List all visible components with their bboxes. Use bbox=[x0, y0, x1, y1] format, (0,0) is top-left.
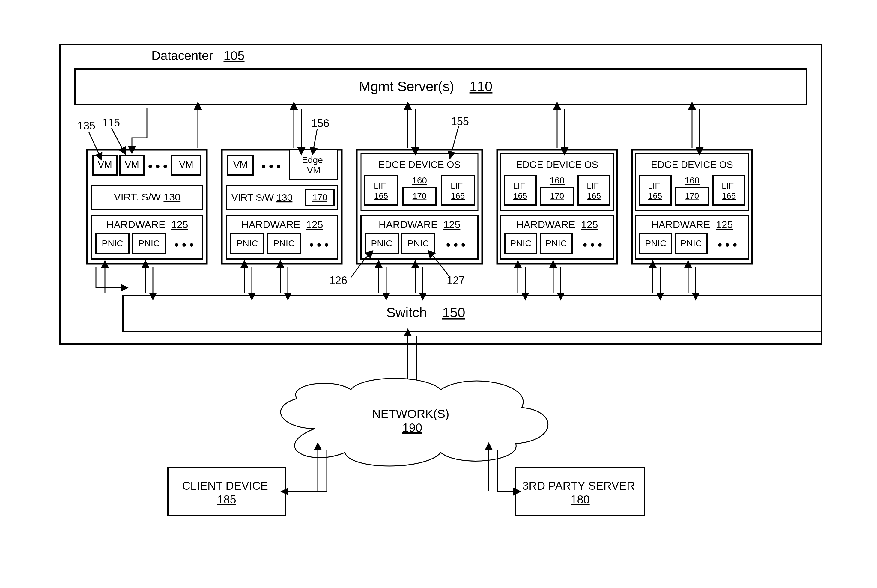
edge-device-3: EDGE DEVICE OS 160 LIF 165 170 LIF 165 H… bbox=[632, 150, 752, 264]
host1-hw: HARDWARE 125 bbox=[107, 219, 188, 230]
host2-pnic2: PNIC bbox=[273, 238, 295, 248]
callout-127-label: 127 bbox=[447, 274, 465, 286]
edge2-hw: HARDWARE 125 bbox=[516, 219, 598, 230]
callout-135-label: 135 bbox=[77, 120, 95, 132]
edge1-pnic-dots: • • • bbox=[446, 238, 466, 252]
edge-device-2: EDGE DEVICE OS 160 LIF 165 170 LIF 165 H… bbox=[497, 150, 617, 264]
host1-pnic-dots: • • • bbox=[174, 238, 194, 252]
host-1: VM VM • • • VM VIRT. S/W 130 HARDWARE 12… bbox=[87, 150, 207, 264]
host2-virtsw: VIRT S/W 130 bbox=[231, 192, 292, 203]
host1-vm2: VM bbox=[125, 159, 139, 170]
callout-156-label: 156 bbox=[311, 117, 329, 129]
host2-pnic-dots: • • • bbox=[309, 238, 329, 252]
host1-pnic1: PNIC bbox=[102, 238, 123, 248]
edge3-pnic-dots: • • • bbox=[718, 238, 737, 252]
edge2-pnic-dots: • • • bbox=[583, 238, 602, 252]
edge2-os-ref: 160 bbox=[550, 176, 565, 185]
edge-device-1: EDGE DEVICE OS 160 LIF 165 170 LIF 165 H… bbox=[357, 150, 482, 264]
edge3-pnic1: PNIC bbox=[645, 238, 667, 248]
edge2-pnic2: PNIC bbox=[545, 238, 567, 248]
host2-pnic1: PNIC bbox=[237, 238, 258, 248]
host1-vm3: VM bbox=[179, 159, 194, 170]
edge3-os: EDGE DEVICE OS bbox=[651, 159, 733, 170]
host1-virtsw: VIRT. S/W 130 bbox=[114, 191, 180, 202]
edge1-pnic2: PNIC bbox=[407, 238, 429, 248]
edge1-os-ref: 160 bbox=[412, 176, 427, 185]
host2-hw: HARDWARE 125 bbox=[241, 219, 323, 230]
edge1-pnic1: PNIC bbox=[371, 238, 392, 248]
switch-box bbox=[123, 295, 821, 331]
host1-vm-dots: • • • bbox=[148, 160, 167, 173]
callout-155-label: 155 bbox=[451, 116, 469, 128]
host1-pnic2: PNIC bbox=[138, 238, 160, 248]
edge1-hw: HARDWARE 125 bbox=[379, 219, 461, 230]
edge2-pnic1: PNIC bbox=[510, 238, 532, 248]
host1-vm1: VM bbox=[98, 159, 112, 170]
edge2-170: 170 bbox=[550, 191, 564, 201]
mgmt-server-label: Mgmt Server(s) 110 bbox=[359, 78, 493, 94]
edge3-os-ref: 160 bbox=[685, 176, 700, 185]
callout-115-label: 115 bbox=[102, 117, 120, 129]
edge3-hw: HARDWARE 125 bbox=[651, 219, 733, 230]
switch-label: Switch 150 bbox=[386, 305, 465, 320]
host-2: VM • • • Edge VM VIRT S/W 130 170 HARDWA… bbox=[222, 150, 342, 264]
edge1-os: EDGE DEVICE OS bbox=[378, 159, 461, 170]
host2-170: 170 bbox=[312, 192, 327, 202]
edge3-pnic2: PNIC bbox=[680, 238, 702, 248]
edge1-170: 170 bbox=[413, 191, 426, 201]
callout-126-label: 126 bbox=[329, 274, 347, 286]
edge3-170: 170 bbox=[685, 191, 699, 201]
datacenter-label: Datacenter 105 bbox=[152, 48, 245, 63]
host2-vm1: VM bbox=[233, 159, 248, 170]
host2-vm-dots: • • • bbox=[261, 160, 281, 173]
diagram-root: Datacenter 105 Mgmt Server(s) 110 VM VM … bbox=[0, 0, 877, 588]
edge2-os: EDGE DEVICE OS bbox=[516, 159, 598, 170]
